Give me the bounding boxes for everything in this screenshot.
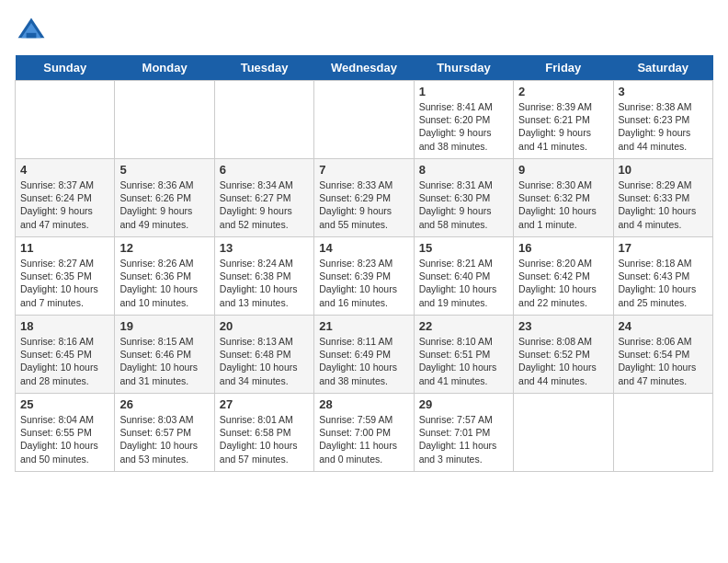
day-number: 23 (518, 319, 608, 333)
day-number: 29 (419, 397, 508, 411)
week-row-1: 1Sunrise: 8:41 AM Sunset: 6:20 PM Daylig… (16, 81, 713, 159)
day-number: 15 (419, 241, 508, 255)
day-number: 20 (220, 319, 309, 333)
day-info: Sunrise: 7:57 AM Sunset: 7:01 PM Dayligh… (419, 413, 508, 465)
week-row-3: 11Sunrise: 8:27 AM Sunset: 6:35 PM Dayli… (16, 237, 713, 316)
calendar-cell: 17Sunrise: 8:18 AM Sunset: 6:43 PM Dayli… (613, 237, 712, 316)
day-info: Sunrise: 8:36 AM Sunset: 6:26 PM Dayligh… (119, 178, 209, 231)
calendar-cell: 21Sunrise: 8:11 AM Sunset: 6:49 PM Dayli… (314, 316, 414, 394)
calendar-cell (613, 394, 712, 472)
calendar-cell: 22Sunrise: 8:10 AM Sunset: 6:51 PM Dayli… (414, 316, 513, 394)
day-number: 7 (319, 163, 408, 177)
day-info: Sunrise: 8:06 AM Sunset: 6:54 PM Dayligh… (619, 335, 708, 387)
calendar-cell: 14Sunrise: 8:23 AM Sunset: 6:39 PM Dayli… (314, 237, 414, 316)
calendar-cell: 19Sunrise: 8:15 AM Sunset: 6:46 PM Dayli… (115, 316, 214, 394)
day-number: 11 (20, 241, 109, 255)
weekday-header-sunday: Sunday (16, 55, 115, 81)
calendar-cell (214, 81, 313, 159)
day-info: Sunrise: 8:33 AM Sunset: 6:29 PM Dayligh… (319, 178, 408, 231)
calendar-cell: 13Sunrise: 8:24 AM Sunset: 6:38 PM Dayli… (214, 237, 313, 316)
day-info: Sunrise: 8:37 AM Sunset: 6:24 PM Dayligh… (20, 178, 109, 231)
day-number: 21 (319, 319, 408, 333)
day-info: Sunrise: 8:03 AM Sunset: 6:57 PM Dayligh… (119, 413, 209, 465)
calendar-cell: 9Sunrise: 8:30 AM Sunset: 6:32 PM Daylig… (514, 159, 613, 237)
calendar-cell: 28Sunrise: 7:59 AM Sunset: 7:00 PM Dayli… (314, 394, 414, 472)
calendar-body: 1Sunrise: 8:41 AM Sunset: 6:20 PM Daylig… (16, 81, 713, 472)
weekday-header-thursday: Thursday (414, 55, 513, 81)
day-info: Sunrise: 8:21 AM Sunset: 6:40 PM Dayligh… (419, 257, 508, 309)
day-info: Sunrise: 8:39 AM Sunset: 6:21 PM Dayligh… (518, 100, 608, 153)
calendar-cell: 3Sunrise: 8:38 AM Sunset: 6:23 PM Daylig… (613, 81, 712, 159)
day-number: 13 (220, 241, 309, 255)
calendar-cell (514, 394, 613, 472)
day-info: Sunrise: 8:34 AM Sunset: 6:27 PM Dayligh… (220, 178, 309, 231)
day-number: 12 (119, 241, 209, 255)
day-number: 28 (319, 397, 408, 411)
day-number: 3 (619, 85, 708, 98)
calendar-cell: 8Sunrise: 8:31 AM Sunset: 6:30 PM Daylig… (414, 159, 513, 237)
calendar-cell: 16Sunrise: 8:20 AM Sunset: 6:42 PM Dayli… (514, 237, 613, 316)
day-number: 4 (20, 163, 109, 177)
day-number: 26 (119, 397, 209, 411)
day-info: Sunrise: 8:26 AM Sunset: 6:36 PM Dayligh… (119, 257, 209, 309)
day-number: 25 (20, 397, 109, 411)
calendar-cell: 29Sunrise: 7:57 AM Sunset: 7:01 PM Dayli… (414, 394, 513, 472)
calendar-cell: 27Sunrise: 8:01 AM Sunset: 6:58 PM Dayli… (214, 394, 313, 472)
calendar-cell (16, 81, 115, 159)
calendar-cell: 24Sunrise: 8:06 AM Sunset: 6:54 PM Dayli… (613, 316, 712, 394)
weekday-header-wednesday: Wednesday (314, 55, 414, 81)
day-number: 5 (119, 163, 209, 177)
day-number: 22 (419, 319, 508, 333)
day-info: Sunrise: 8:04 AM Sunset: 6:55 PM Dayligh… (20, 413, 109, 465)
day-number: 1 (419, 85, 508, 98)
day-number: 16 (518, 241, 608, 255)
day-info: Sunrise: 8:41 AM Sunset: 6:20 PM Dayligh… (419, 100, 508, 153)
day-info: Sunrise: 8:18 AM Sunset: 6:43 PM Dayligh… (619, 257, 708, 309)
day-info: Sunrise: 8:15 AM Sunset: 6:46 PM Dayligh… (119, 335, 209, 387)
day-info: Sunrise: 8:27 AM Sunset: 6:35 PM Dayligh… (20, 257, 109, 309)
day-number: 19 (119, 319, 209, 333)
calendar-cell: 7Sunrise: 8:33 AM Sunset: 6:29 PM Daylig… (314, 159, 414, 237)
logo (15, 15, 51, 48)
day-info: Sunrise: 8:20 AM Sunset: 6:42 PM Dayligh… (518, 257, 608, 309)
day-number: 10 (619, 163, 708, 177)
calendar-cell: 15Sunrise: 8:21 AM Sunset: 6:40 PM Dayli… (414, 237, 513, 316)
calendar-cell: 11Sunrise: 8:27 AM Sunset: 6:35 PM Dayli… (16, 237, 115, 316)
calendar-cell: 1Sunrise: 8:41 AM Sunset: 6:20 PM Daylig… (414, 81, 513, 159)
week-row-2: 4Sunrise: 8:37 AM Sunset: 6:24 PM Daylig… (16, 159, 713, 237)
day-number: 14 (319, 241, 408, 255)
day-info: Sunrise: 8:38 AM Sunset: 6:23 PM Dayligh… (619, 100, 708, 153)
calendar-cell: 5Sunrise: 8:36 AM Sunset: 6:26 PM Daylig… (115, 159, 214, 237)
day-info: Sunrise: 8:31 AM Sunset: 6:30 PM Dayligh… (419, 178, 508, 231)
week-row-4: 18Sunrise: 8:16 AM Sunset: 6:45 PM Dayli… (16, 316, 713, 394)
calendar-cell (115, 81, 214, 159)
day-info: Sunrise: 8:11 AM Sunset: 6:49 PM Dayligh… (319, 335, 408, 387)
week-row-5: 25Sunrise: 8:04 AM Sunset: 6:55 PM Dayli… (16, 394, 713, 472)
weekday-header-monday: Monday (115, 55, 214, 81)
calendar-cell: 18Sunrise: 8:16 AM Sunset: 6:45 PM Dayli… (16, 316, 115, 394)
weekday-header-tuesday: Tuesday (214, 55, 313, 81)
svg-rect-2 (27, 33, 37, 38)
calendar-cell (314, 81, 414, 159)
calendar-cell: 23Sunrise: 8:08 AM Sunset: 6:52 PM Dayli… (514, 316, 613, 394)
calendar-cell: 6Sunrise: 8:34 AM Sunset: 6:27 PM Daylig… (214, 159, 313, 237)
day-number: 6 (220, 163, 309, 177)
day-info: Sunrise: 8:10 AM Sunset: 6:51 PM Dayligh… (419, 335, 508, 387)
day-info: Sunrise: 8:24 AM Sunset: 6:38 PM Dayligh… (220, 257, 309, 309)
day-info: Sunrise: 7:59 AM Sunset: 7:00 PM Dayligh… (319, 413, 408, 465)
day-number: 24 (619, 319, 708, 333)
day-info: Sunrise: 8:13 AM Sunset: 6:48 PM Dayligh… (220, 335, 309, 387)
day-number: 9 (518, 163, 608, 177)
calendar-cell: 10Sunrise: 8:29 AM Sunset: 6:33 PM Dayli… (613, 159, 712, 237)
calendar-cell: 20Sunrise: 8:13 AM Sunset: 6:48 PM Dayli… (214, 316, 313, 394)
weekday-header-saturday: Saturday (613, 55, 712, 81)
day-info: Sunrise: 8:16 AM Sunset: 6:45 PM Dayligh… (20, 335, 109, 387)
calendar-cell: 25Sunrise: 8:04 AM Sunset: 6:55 PM Dayli… (16, 394, 115, 472)
weekday-header-row: SundayMondayTuesdayWednesdayThursdayFrid… (16, 55, 713, 81)
calendar-cell: 4Sunrise: 8:37 AM Sunset: 6:24 PM Daylig… (16, 159, 115, 237)
day-number: 27 (220, 397, 309, 411)
calendar-cell: 12Sunrise: 8:26 AM Sunset: 6:36 PM Dayli… (115, 237, 214, 316)
logo-icon (15, 15, 48, 48)
calendar-cell: 26Sunrise: 8:03 AM Sunset: 6:57 PM Dayli… (115, 394, 214, 472)
page-header (15, 15, 713, 48)
